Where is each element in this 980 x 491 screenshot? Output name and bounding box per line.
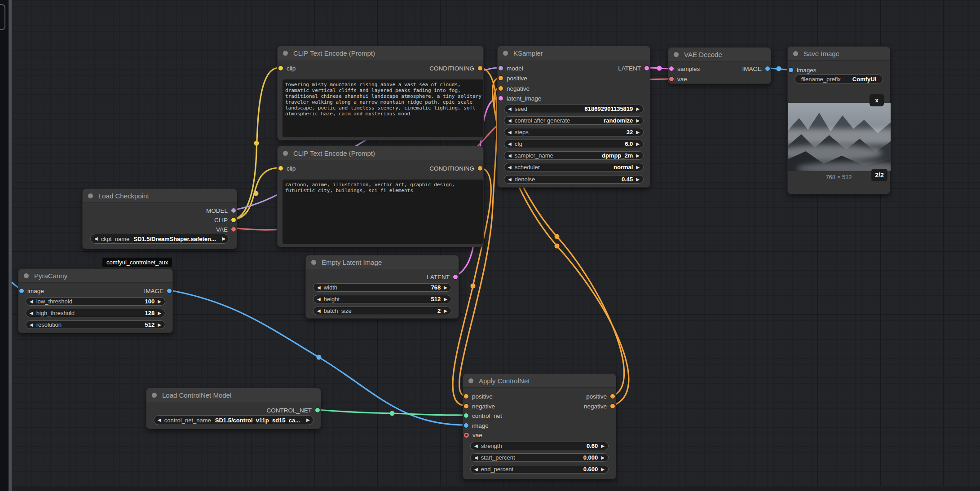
- prev-option-arrow-icon[interactable]: [158, 418, 161, 422]
- decrement-arrow-icon[interactable]: [474, 467, 478, 472]
- decrement-arrow-icon[interactable]: [508, 153, 512, 158]
- collapse-dot-icon[interactable]: [88, 193, 93, 198]
- node-clip-text-encode-negative[interactable]: CLIP Text Encode (Prompt) clip CONDITION…: [277, 146, 484, 247]
- collapse-dot-icon[interactable]: [283, 51, 288, 56]
- widget-start-percent[interactable]: start_percent 0.000: [470, 453, 609, 462]
- increment-arrow-icon[interactable]: [601, 456, 605, 460]
- increment-arrow-icon[interactable]: [444, 309, 447, 313]
- input-port-control-net[interactable]: control_net: [464, 411, 502, 420]
- node-header[interactable]: PyraCanny: [18, 269, 172, 283]
- input-port-clip[interactable]: clip: [278, 64, 296, 73]
- node-header[interactable]: CLIP Text Encode (Prompt): [278, 146, 483, 160]
- decrement-arrow-icon[interactable]: [317, 297, 321, 302]
- node-apply-controlnet[interactable]: Apply ControlNet positive negative contr…: [463, 373, 616, 479]
- collapse-dot-icon[interactable]: [503, 51, 508, 56]
- next-option-arrow-icon[interactable]: [306, 418, 310, 422]
- widget-scheduler[interactable]: scheduler normal: [504, 163, 644, 171]
- increment-arrow-icon[interactable]: [158, 311, 161, 316]
- widget-filename-prefix[interactable]: filename_prefix ComfyUI: [795, 75, 883, 84]
- decrement-arrow-icon[interactable]: [508, 118, 512, 123]
- input-port-images[interactable]: images: [789, 66, 817, 75]
- increment-arrow-icon[interactable]: [636, 107, 640, 111]
- prev-option-arrow-icon[interactable]: [94, 237, 98, 241]
- preview-image[interactable]: [788, 103, 891, 171]
- output-port-model[interactable]: MODEL: [206, 206, 236, 215]
- node-ksampler[interactable]: KSampler model positive negative latent_…: [497, 46, 650, 188]
- increment-arrow-icon[interactable]: [601, 444, 605, 448]
- widget-control-net-name[interactable]: control_net_name SD1.5/control_v11p_sd15…: [154, 415, 313, 425]
- widget-batch-size[interactable]: batch_size 2: [313, 307, 451, 315]
- widget-seed[interactable]: seed 618692901135819: [504, 105, 644, 113]
- node-header[interactable]: Load Checkpoint: [83, 189, 237, 203]
- collapse-dot-icon[interactable]: [311, 260, 316, 265]
- collapse-dot-icon[interactable]: [283, 151, 288, 156]
- node-load-controlnet-model[interactable]: Load ControlNet Model CONTROL_NET contro…: [146, 388, 321, 429]
- output-port-positive[interactable]: positive: [586, 392, 615, 401]
- output-port-control-net[interactable]: CONTROL_NET: [266, 406, 320, 415]
- node-save-image[interactable]: Save Image images filename_prefix ComfyU…: [787, 46, 890, 194]
- decrement-arrow-icon[interactable]: [317, 285, 321, 290]
- collapse-dot-icon[interactable]: [468, 378, 473, 383]
- increment-arrow-icon[interactable]: [636, 153, 640, 158]
- input-port-vae[interactable]: vae: [464, 430, 482, 439]
- widget-high-threshold[interactable]: high_threshold 128: [26, 309, 165, 317]
- input-port-negative[interactable]: negative: [464, 402, 495, 411]
- output-port-conditioning[interactable]: CONDITIONING: [429, 164, 482, 173]
- increment-arrow-icon[interactable]: [636, 142, 640, 146]
- increment-arrow-icon[interactable]: [636, 118, 640, 123]
- increment-arrow-icon[interactable]: [158, 323, 161, 327]
- decrement-arrow-icon[interactable]: [508, 177, 512, 182]
- widget-cfg[interactable]: cfg 6.0: [504, 140, 644, 148]
- node-header[interactable]: Empty Latent Image: [306, 255, 459, 269]
- node-clip-text-encode-positive[interactable]: CLIP Text Encode (Prompt) clip CONDITION…: [277, 46, 484, 140]
- widget-width[interactable]: width 768: [313, 283, 451, 292]
- increment-arrow-icon[interactable]: [158, 299, 161, 304]
- decrement-arrow-icon[interactable]: [30, 299, 33, 304]
- output-port-conditioning[interactable]: CONDITIONING: [429, 64, 482, 73]
- decrement-arrow-icon[interactable]: [508, 130, 512, 135]
- widget-strength[interactable]: strength 0.60: [470, 442, 609, 450]
- widget-end-percent[interactable]: end_percent 0.600: [470, 465, 609, 473]
- decrement-arrow-icon[interactable]: [474, 444, 478, 448]
- prompt-textarea[interactable]: towering misty mountains rising above a …: [283, 79, 483, 137]
- widget-sampler-name[interactable]: sampler_name dpmpp_2m: [504, 151, 644, 160]
- output-port-vae[interactable]: VAE: [216, 225, 236, 234]
- increment-arrow-icon[interactable]: [636, 177, 640, 182]
- increment-arrow-icon[interactable]: [444, 297, 447, 302]
- node-load-checkpoint[interactable]: Load Checkpoint MODEL CLIP VAE ckpt_name…: [82, 189, 237, 249]
- node-header[interactable]: CLIP Text Encode (Prompt): [278, 46, 483, 60]
- increment-arrow-icon[interactable]: [601, 467, 605, 472]
- input-port-image[interactable]: image: [464, 421, 489, 430]
- node-pyracanny[interactable]: PyraCanny image IMAGE low_threshold 100 …: [18, 268, 173, 333]
- widget-steps[interactable]: steps 32: [504, 128, 644, 136]
- widget-ckpt-name[interactable]: ckpt_name SD1.5/DreamShaper.safeten...: [90, 234, 229, 244]
- node-header[interactable]: VAE Decode: [668, 48, 771, 61]
- increment-arrow-icon[interactable]: [636, 130, 640, 135]
- collapse-dot-icon[interactable]: [152, 393, 157, 398]
- next-option-arrow-icon[interactable]: [222, 237, 226, 241]
- widget-resolution[interactable]: resolution 512: [26, 320, 165, 329]
- decrement-arrow-icon[interactable]: [508, 165, 512, 170]
- input-port-latent-image[interactable]: latent_image: [499, 94, 541, 103]
- collapse-dot-icon[interactable]: [24, 273, 29, 278]
- increment-arrow-icon[interactable]: [444, 285, 447, 290]
- input-port-positive[interactable]: positive: [464, 392, 493, 401]
- decrement-arrow-icon[interactable]: [30, 311, 33, 316]
- node-header[interactable]: Load ControlNet Model: [146, 388, 321, 402]
- node-header[interactable]: Apply ControlNet: [463, 374, 616, 388]
- input-port-samples[interactable]: samples: [669, 64, 700, 73]
- node-empty-latent-image[interactable]: Empty Latent Image LATENT width 768 heig…: [305, 255, 459, 319]
- prompt-textarea[interactable]: cartoon, anime, illustration, vector art…: [283, 180, 483, 244]
- decrement-arrow-icon[interactable]: [30, 323, 33, 327]
- increment-arrow-icon[interactable]: [636, 165, 640, 170]
- comfyui-canvas[interactable]: CLIP Text Encode (Prompt) clip CONDITION…: [0, 0, 980, 491]
- input-port-clip[interactable]: clip: [278, 164, 296, 173]
- widget-low-threshold[interactable]: low_threshold 100: [26, 297, 165, 306]
- decrement-arrow-icon[interactable]: [474, 456, 478, 460]
- output-port-latent[interactable]: LATENT: [427, 272, 458, 281]
- decrement-arrow-icon[interactable]: [317, 309, 321, 313]
- widget-control-after-generate[interactable]: control after generate randomize: [504, 116, 644, 125]
- node-vae-decode[interactable]: VAE Decode samples vae IMAGE: [668, 47, 771, 84]
- decrement-arrow-icon[interactable]: [508, 142, 512, 146]
- collapse-dot-icon[interactable]: [674, 52, 679, 57]
